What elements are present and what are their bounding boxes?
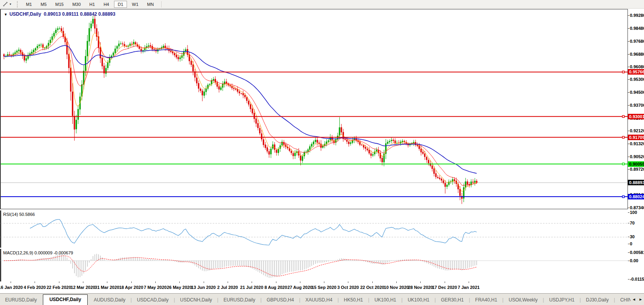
axis-tick (628, 252, 629, 253)
down-candle-wicks (4, 15, 477, 204)
macd-chart-area[interactable] (1, 249, 628, 281)
axis-tick-label: -0.011514 (630, 277, 644, 281)
date-tick (228, 281, 228, 283)
date-label: 27 Aug 2020 (287, 285, 313, 290)
date-tick (179, 281, 180, 283)
date-label: 15 Sep 2020 (312, 285, 337, 290)
date-tick (300, 281, 300, 283)
axis-tick (628, 54, 629, 55)
horizontal-line-handle[interactable] (622, 196, 624, 198)
chevron-down-icon[interactable]: ▼ (9, 3, 12, 5)
tab-uk100-h1[interactable]: UK100,H1 (369, 295, 401, 305)
axis-tick-label: 0.91320 (630, 141, 644, 146)
date-tick (131, 281, 132, 283)
axis-tick (628, 157, 629, 157)
axis-tick (628, 244, 629, 244)
axis-tick (628, 28, 629, 29)
axis-tick-label: 0.93700 (630, 103, 644, 108)
timeframe-button-h1[interactable]: H1 (86, 1, 98, 8)
macd-pane[interactable]: MACD(12,26,9) 0.000009 -0.000679 (0, 249, 1, 281)
tab-xauusd-h4[interactable]: XAUUSD,H4 (300, 295, 338, 305)
axis-tick (628, 212, 629, 213)
up-candle-wicks (6, 16, 475, 202)
tab-audusd-daily[interactable]: AUDUSD,Daily (88, 295, 131, 305)
axis-tick-label: 0.98480 (630, 26, 644, 31)
date-label: 22 Oct 2020 (360, 285, 384, 290)
date-label: 3 Oct 2020 (337, 285, 359, 290)
tab-usdcnh-daily[interactable]: USDCNH,Daily (175, 295, 217, 305)
toolbar-grip[interactable] (17, 1, 18, 7)
horizontal-line-handle[interactable] (622, 71, 624, 73)
timeframe-button-m30[interactable]: M30 (69, 1, 84, 8)
tab-uk100-h1[interactable]: UK100,H1 (403, 295, 434, 305)
up-candle-bodies (5, 19, 475, 199)
date-tick (155, 281, 156, 283)
moving-average-line-12 (4, 37, 477, 186)
timeframe-button-mn[interactable]: MN (144, 1, 157, 8)
axis-tick (628, 15, 629, 16)
tab-usdcad-daily[interactable]: USDCAD,Daily (132, 295, 174, 305)
macd-signal-line (4, 256, 477, 276)
axis-tick (628, 237, 629, 237)
candlestick-chart-area[interactable] (1, 9, 628, 209)
horizontal-line-handle[interactable] (622, 115, 624, 117)
tab-ger30-h1[interactable]: GER30,H1 (436, 295, 469, 305)
axis-tick (628, 41, 629, 42)
axis-tick (628, 144, 629, 144)
date-label: 18 Apr 2020 (119, 285, 143, 290)
tab-gbpusd-h4[interactable]: GBPUSD,H4 (261, 295, 299, 305)
timeframe-button-h4[interactable]: H4 (100, 1, 112, 8)
rsi-label: RSI(14) 50.5866 (3, 212, 35, 217)
timeframe-button-d1[interactable]: D1 (114, 1, 127, 8)
moving-average-line-40 (4, 46, 477, 174)
timeframe-button-m1[interactable]: M1 (22, 1, 35, 8)
timeframe-button-m15[interactable]: M15 (52, 1, 67, 8)
date-label: 12 Mar 2020 (71, 285, 95, 290)
tab-dj30-daily[interactable]: DJ30,Daily (581, 295, 614, 305)
tab-fra40-h1[interactable]: FRA40,H1 (470, 295, 502, 305)
date-label: 13 Jun 2020 (191, 285, 215, 290)
tab-usoil-weekly[interactable]: USOil,Weekly (504, 295, 543, 305)
date-label: 31 Mar 2020 (95, 285, 119, 290)
down-candle-bodies (4, 19, 477, 199)
chart-ohlc-values: 0.89013 0.89111 0.88842 0.88893 (44, 11, 115, 17)
main-chart-pane[interactable]: ▼USDCHF,Daily 0.89013 0.89111 0.88842 0.… (0, 9, 628, 209)
line-studies-button[interactable]: ▼ (2, 1, 13, 7)
date-label: 22 Feb 2020 (46, 285, 71, 290)
tab-usdjpy-h1[interactable]: USDJPY,H1 (544, 295, 580, 305)
date-tick (11, 281, 11, 283)
price-label-badge: 0.90055 (628, 161, 644, 167)
axis-tick (628, 79, 629, 80)
axis-tick-label: 30 (630, 234, 635, 239)
tab-scroll-left-button[interactable]: ◄ (632, 297, 636, 301)
tab-usdchf-daily[interactable]: USDCHF,Daily (43, 294, 88, 305)
horizontal-line-handle[interactable] (622, 163, 624, 165)
axis-tick-label: 0.97680 (630, 39, 644, 44)
date-tick (372, 281, 373, 283)
tab-eurusd-daily[interactable]: EURUSD,Daily (218, 295, 260, 305)
line-studies-icon (3, 2, 8, 7)
rsi-pane[interactable]: RSI(14) 50.5866 (0, 210, 1, 248)
axis-tick (628, 105, 629, 106)
date-label: 26 May 2020 (167, 285, 192, 290)
timeframe-buttons: M1M5M15M30H1H4D1W1MN (22, 1, 158, 8)
date-tick (107, 281, 107, 283)
date-axis: 16 Jan 20204 Feb 202022 Feb 202012 Mar 2… (0, 281, 628, 293)
tab-scroll-right-button[interactable]: ► (639, 297, 643, 301)
axis-tick (628, 208, 629, 208)
axis-tick (628, 279, 629, 279)
horizontal-line-handle[interactable] (622, 136, 624, 138)
tab-scroll-controls: ◄ ► (631, 294, 644, 305)
tab-eurusd-daily[interactable]: EURUSD,Daily (0, 295, 42, 305)
price-label-badge: 0.91709 (628, 135, 644, 140)
timeframe-button-m5[interactable]: M5 (37, 1, 50, 8)
axis-tick-label: 0.89720 (630, 167, 644, 172)
date-label: 7 Jan 2021 (458, 285, 480, 290)
chart-menu-icon[interactable]: ▼ (4, 13, 7, 16)
date-tick (348, 281, 348, 283)
axis-tick-label: 0.90520 (630, 154, 644, 159)
tab-hk50-h1[interactable]: HK50,H1 (339, 295, 368, 305)
price-label-badge: 0.88893 (628, 180, 644, 185)
rsi-chart-area[interactable] (1, 211, 628, 247)
timeframe-button-w1[interactable]: W1 (129, 1, 142, 8)
